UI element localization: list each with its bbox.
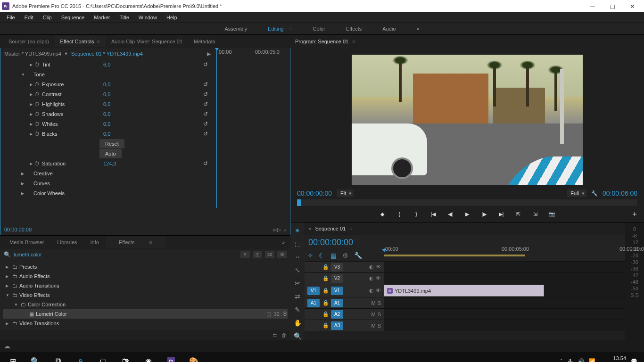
track-body-v3[interactable] <box>384 262 625 272</box>
param-value[interactable]: 0,0 <box>103 101 132 107</box>
lock-icon[interactable]: 🔒 <box>322 264 328 270</box>
disclosure-triangle-icon[interactable]: ▶ <box>6 265 10 269</box>
lock-icon[interactable]: 🔒 <box>322 300 328 306</box>
program-zoom-selector[interactable]: Fit <box>337 189 354 197</box>
disclosure-triangle-icon[interactable] <box>30 112 34 116</box>
reset-param-icon[interactable]: ↺ <box>203 160 211 167</box>
disclosure-triangle-icon[interactable] <box>30 162 34 166</box>
program-resolution-selector[interactable]: Full <box>567 189 586 197</box>
track-target-a3[interactable]: A3 <box>331 321 343 330</box>
menu-window[interactable]: Window <box>134 13 162 22</box>
tray-wifi-icon[interactable]: 📶 <box>589 358 595 362</box>
disclosure-triangle-icon[interactable] <box>30 92 34 97</box>
ec-loop-icon[interactable]: ▻▷ <box>273 227 281 233</box>
eye-icon[interactable]: 👁 <box>376 275 381 281</box>
export-frame-button[interactable]: 📷 <box>548 211 556 217</box>
snap-toggle[interactable]: ✧ <box>307 252 313 259</box>
hand-tool[interactable]: ✋ <box>293 319 302 327</box>
filter-accelerated-icon[interactable]: ◫ <box>253 251 262 258</box>
mute-icon[interactable]: M <box>371 300 375 306</box>
workspace-editing[interactable]: Editing <box>257 24 302 33</box>
tray-volume-icon[interactable]: 🔊 <box>578 358 584 362</box>
go-to-out-button[interactable]: ▶| <box>497 211 505 217</box>
disclosure-triangle-icon[interactable] <box>21 73 26 77</box>
work-area-bar[interactable] <box>384 255 525 256</box>
tree-item-video-effects[interactable]: ▼🗀Video Effects <box>3 290 288 300</box>
task-view-button[interactable]: ⧉ <box>47 352 69 362</box>
stopwatch-icon[interactable]: ⏱ <box>34 62 42 67</box>
taskbar-search[interactable]: 🔍 <box>25 352 46 362</box>
taskbar-chrome[interactable]: ◉ <box>138 352 159 362</box>
step-forward-button[interactable]: |▶ <box>480 211 488 217</box>
track-body-v2[interactable] <box>384 273 625 284</box>
tab-audio-mixer[interactable]: Audio Clip Mixer: Sequence 01 <box>106 36 188 47</box>
param-value[interactable]: 0,0 <box>103 82 132 87</box>
tree-item-audio-effects[interactable]: ▶🗀Audio Effects <box>3 272 288 281</box>
tab-source[interactable]: Source: (no clips) <box>3 36 55 47</box>
workspace-effects[interactable]: Effects <box>336 24 372 33</box>
ec-playhead[interactable] <box>216 48 217 208</box>
track-target-v2[interactable]: V2 <box>331 274 343 283</box>
tree-item-lumetri-color[interactable]: ▦Lumetri Color◫32⦿ <box>3 309 288 319</box>
track-select-tool[interactable]: ⬚ <box>293 239 302 248</box>
panel-menu-icon[interactable]: ≡ <box>142 237 158 248</box>
zoom-tool[interactable]: 🔍 <box>293 332 302 340</box>
selection-tool[interactable]: ✴ <box>293 226 302 235</box>
chevron-down-icon[interactable]: ▼ <box>64 51 68 56</box>
program-mini-ruler[interactable] <box>297 199 637 206</box>
step-back-button[interactable]: ◀| <box>446 211 454 217</box>
wrench-icon[interactable]: 🔧 <box>354 252 362 259</box>
lock-icon[interactable]: 🔒 <box>322 311 328 317</box>
track-body-a1[interactable] <box>384 297 625 308</box>
reset-param-icon[interactable]: ↺ <box>203 111 211 117</box>
menu-help[interactable]: Help <box>162 13 182 22</box>
reset-param-icon[interactable]: ↺ <box>203 61 211 68</box>
disclosure-triangle-icon[interactable] <box>30 63 34 67</box>
track-body-v1[interactable]: fxYDTL3499.mp4 <box>384 284 625 297</box>
tab-effect-controls[interactable]: Effect Controls≡ <box>55 36 106 47</box>
window-minimize-button[interactable]: ─ <box>583 0 603 12</box>
track-body-a2[interactable] <box>384 309 625 320</box>
eye-icon[interactable]: 👁 <box>376 264 381 270</box>
workspace-overflow[interactable]: » <box>406 24 429 33</box>
out-point-button[interactable]: } <box>412 211 421 217</box>
toggle-output-icon[interactable]: ◐ <box>369 288 374 294</box>
lift-button[interactable]: ⇱ <box>514 211 522 217</box>
eye-icon[interactable]: 👁 <box>376 288 381 294</box>
stopwatch-icon[interactable]: ⏱ <box>34 101 42 107</box>
button-editor-icon[interactable]: ＋ <box>631 209 638 219</box>
track-body-a3[interactable] <box>384 320 625 331</box>
auto-button[interactable]: Auto <box>99 149 122 158</box>
tree-item-color-correction[interactable]: ▼🗀Color Correction <box>3 300 288 309</box>
start-button[interactable]: ⊞ <box>2 352 24 362</box>
track-target-v3[interactable]: V3 <box>331 263 343 272</box>
track-target-a2[interactable]: A2 <box>331 310 343 319</box>
tree-item-audio-transitions[interactable]: ▶🗀Audio Transitions <box>3 281 288 290</box>
window-maximize-button[interactable]: ◻ <box>603 0 622 12</box>
tree-item-presets[interactable]: ▶🗀Presets <box>3 262 288 272</box>
lock-icon[interactable]: 🔒 <box>322 275 328 281</box>
delete-icon[interactable]: 🗑 <box>281 332 287 338</box>
panel-menu-icon[interactable]: ≡ <box>97 39 100 44</box>
menu-edit[interactable]: Edit <box>20 13 38 22</box>
action-center-icon[interactable]: 💬 <box>631 358 637 362</box>
filter-32bit-icon[interactable]: 32 <box>265 251 274 258</box>
param-value[interactable]: 0,0 <box>103 111 132 117</box>
ec-timecode[interactable]: 00:00:00:00 <box>4 227 32 232</box>
ripple-tool[interactable]: ↔ <box>293 253 302 261</box>
disclosure-triangle-icon[interactable] <box>30 132 34 136</box>
disclosure-triangle-icon[interactable]: ▶ <box>6 321 10 326</box>
tab-media-browser[interactable]: Media Browser <box>3 237 50 248</box>
param-value[interactable]: 6,0 <box>103 62 132 67</box>
disclosure-triangle-icon[interactable]: ▼ <box>14 303 19 307</box>
panel-overflow[interactable]: » <box>279 239 288 245</box>
stopwatch-icon[interactable]: ⏱ <box>34 111 42 117</box>
filter-yuv-icon[interactable]: ⦿ <box>277 251 287 258</box>
extract-button[interactable]: ⇲ <box>531 211 539 217</box>
timeline-clip[interactable]: fxYDTL3499.mp4 <box>384 285 544 296</box>
lock-icon[interactable]: 🔒 <box>322 322 328 329</box>
rate-stretch-tool[interactable]: ⤡ <box>293 266 302 274</box>
taskbar-premiere[interactable]: Pr <box>160 352 182 362</box>
reset-param-icon[interactable]: ↺ <box>203 81 211 88</box>
param-value[interactable]: 0,0 <box>103 91 132 97</box>
